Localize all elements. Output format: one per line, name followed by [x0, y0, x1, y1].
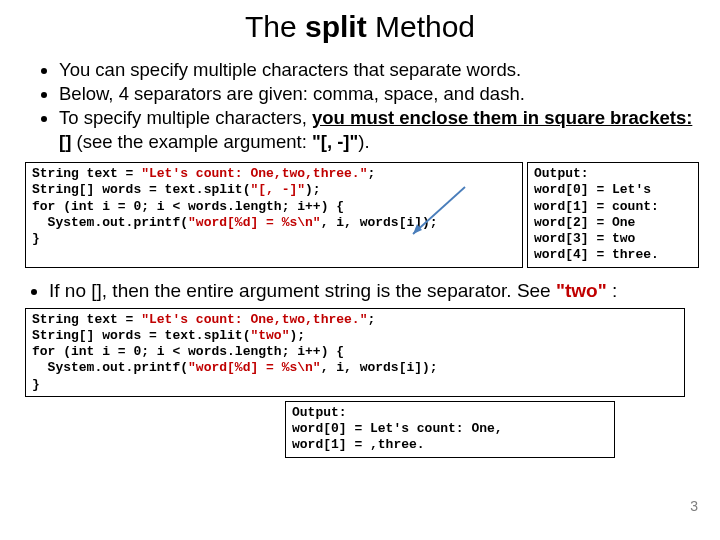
output-box-1: Output: word[0] = Let's word[1] = count:… [527, 162, 699, 268]
bullet-1: You can specify multiple characters that… [59, 58, 695, 82]
c2-l1c: ; [367, 312, 375, 327]
c1-l3: for (int i = 0; i < words.length; i++) { [32, 199, 344, 214]
o2-h: Output: [292, 405, 347, 420]
o1-r4: word[4] = three. [534, 247, 659, 262]
c1-l2b: "[, -]" [250, 182, 305, 197]
o1-r3: word[3] = two [534, 231, 635, 246]
c1-l1c: ; [367, 166, 375, 181]
output-box-2: Output: word[0] = Let's count: One, word… [285, 401, 615, 458]
c1-l2a: String[] words = text.split( [32, 182, 250, 197]
c2-l4c: , i, words[i]); [321, 360, 438, 375]
o1-r1: word[1] = count: [534, 199, 659, 214]
slide-title: The split Method [25, 10, 695, 44]
c2-l3: for (int i = 0; i < words.length; i++) { [32, 344, 344, 359]
bullet-4: If no [], then the entire argument strin… [49, 280, 695, 302]
bullet-3-arg: "[, -]" [312, 131, 358, 152]
row-1: String text = "Let's count: One,two,thre… [25, 162, 695, 268]
bullet-list-1: You can specify multiple characters that… [25, 58, 695, 154]
b4-red: "two" [556, 280, 607, 301]
page-number: 3 [690, 498, 698, 514]
c2-l4a: System.out.printf( [32, 360, 188, 375]
c1-l1b: "Let's count: One,two,three." [141, 166, 367, 181]
code-box-2: String text = "Let's count: One,two,thre… [25, 308, 685, 397]
bullet-3-post: ). [358, 131, 369, 152]
b4-post: : [607, 280, 618, 301]
title-bold: split [305, 10, 367, 43]
c2-l2c: ); [289, 328, 305, 343]
bullet-3: To specify multiple characters, you must… [59, 106, 695, 154]
slide: The split Method You can specify multipl… [0, 0, 720, 540]
c2-l4b: "word[%d] = %s\n" [188, 360, 321, 375]
bullet-list-2: If no [], then the entire argument strin… [25, 280, 695, 302]
title-post: Method [367, 10, 475, 43]
bullet-2: Below, 4 separators are given: comma, sp… [59, 82, 695, 106]
c2-l2a: String[] words = text.split( [32, 328, 250, 343]
c1-l1a: String text = [32, 166, 141, 181]
c1-l4a: System.out.printf( [32, 215, 188, 230]
c2-l1a: String text = [32, 312, 141, 327]
row-2: Output: word[0] = Let's count: One, word… [25, 401, 695, 458]
o1-r2: word[2] = One [534, 215, 635, 230]
code-box-1: String text = "Let's count: One,two,thre… [25, 162, 523, 268]
bullet-3-mid: (see the example argument: [71, 131, 312, 152]
c2-l1b: "Let's count: One,two,three." [141, 312, 367, 327]
o2-r1: word[1] = ,three. [292, 437, 425, 452]
c1-l4b: "word[%d] = %s\n" [188, 215, 321, 230]
o1-r0: word[0] = Let's [534, 182, 651, 197]
c1-l5: } [32, 231, 40, 246]
c2-l2b: "two" [250, 328, 289, 343]
b4-pre: If no [], then the entire argument strin… [49, 280, 556, 301]
bullet-3-pre: To specify multiple characters, [59, 107, 312, 128]
c1-l2c: ); [305, 182, 321, 197]
c1-l4c: , i, words[i]); [321, 215, 438, 230]
o2-r0: word[0] = Let's count: One, [292, 421, 503, 436]
o1-h: Output: [534, 166, 589, 181]
c2-l5: } [32, 377, 40, 392]
title-pre: The [245, 10, 305, 43]
